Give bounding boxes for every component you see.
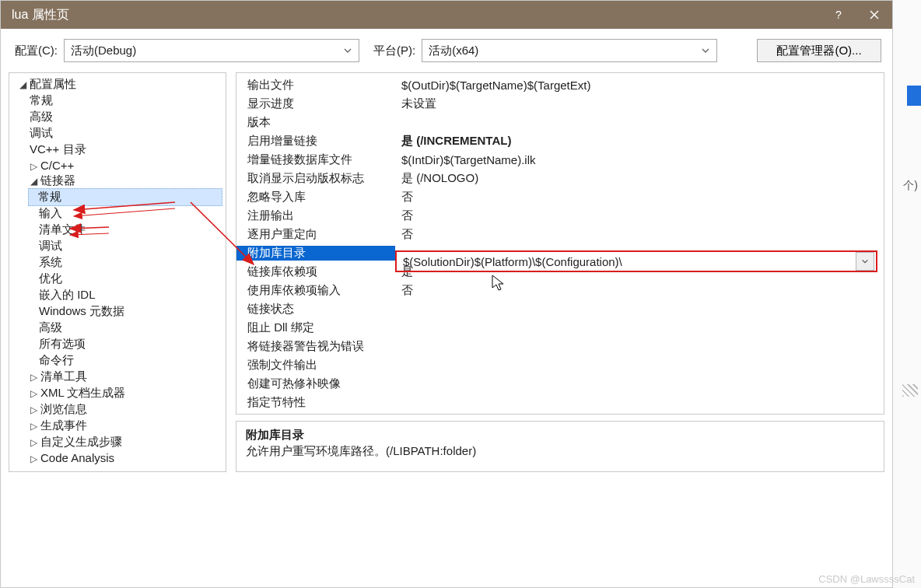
tree-linker-debug[interactable]: 调试 [9, 238, 226, 254]
tree-vcpp-dirs[interactable]: VC++ 目录 [9, 142, 226, 158]
config-combo[interactable]: 活动(Debug) [64, 39, 359, 62]
window-title: lua 属性页 [12, 7, 821, 23]
property-row[interactable]: 逐用户重定向否 [236, 225, 884, 243]
platform-value: 活动(x64) [429, 44, 478, 58]
tree-linker-manifest[interactable]: 清单文件 [9, 222, 226, 238]
titlebar: lua 属性页 ? [1, 1, 892, 29]
property-pages-dialog: lua 属性页 ? 配置(C): 活动(Debug) 平台(P): 活动(x64… [0, 0, 893, 588]
property-value[interactable]: 否 [395, 227, 884, 242]
property-name: 使用库依赖项输入 [236, 283, 395, 298]
property-row[interactable]: 输出文件$(OutDir)$(TargetName)$(TargetExt) [236, 75, 884, 94]
tree-advanced[interactable]: 高级 [9, 109, 226, 125]
tree-linker-system[interactable]: 系统 [9, 254, 226, 271]
additional-library-dirs-input[interactable]: $(SolutionDir)$(Platform)\$(Configuratio… [395, 250, 877, 272]
property-name: 注册输出 [236, 208, 395, 223]
close-icon[interactable] [856, 1, 892, 29]
tree-linker-optim[interactable]: 优化 [9, 271, 226, 287]
property-name: 强制文件输出 [236, 358, 395, 373]
property-name: 输出文件 [236, 78, 395, 93]
platform-label: 平台(P): [373, 44, 415, 58]
tree-xml-doc[interactable]: ▷XML 文档生成器 [9, 385, 226, 401]
tree-linker-winmd[interactable]: Windows 元数据 [9, 303, 226, 320]
caret-right-icon: ▷ [30, 421, 37, 432]
property-name: 指定节特性 [236, 395, 395, 410]
tree-debugging[interactable]: 调试 [9, 125, 226, 142]
property-name: 将链接器警告视为错误 [236, 339, 395, 354]
property-name: 忽略导入库 [236, 190, 395, 205]
property-row[interactable]: 启用增量链接是 (/INCREMENTAL) [236, 131, 884, 150]
property-row[interactable]: 链接状态 [236, 299, 884, 318]
tree-custom-build[interactable]: ▷自定义生成步骤 [9, 434, 226, 450]
platform-combo[interactable]: 活动(x64) [422, 39, 717, 62]
background-text: 个) [903, 179, 918, 193]
tree-ccpp[interactable]: ▷C/C++ [9, 158, 226, 173]
config-value: 活动(Debug) [71, 44, 136, 58]
tree-build-events[interactable]: ▷生成事件 [9, 418, 226, 434]
caret-down-icon: ◢ [19, 79, 26, 90]
property-row[interactable]: 增量链接数据库文件$(IntDir)$(TargetName).ilk [236, 150, 884, 169]
chevron-down-icon [343, 46, 352, 55]
property-name: 链接库依赖项 [236, 264, 395, 279]
tree-linker-cmd[interactable]: 命令行 [9, 352, 226, 369]
categories-tree[interactable]: ◢配置属性 常规 高级 调试 VC++ 目录 ▷C/C++ ◢链接器 常规 输入… [9, 72, 226, 472]
property-name: 附加库目录 [236, 246, 395, 261]
tree-browse-info[interactable]: ▷浏览信息 [9, 401, 226, 418]
caret-down-icon: ◢ [30, 176, 37, 187]
property-row[interactable]: 创建可热修补映像 [236, 374, 884, 393]
tree-general[interactable]: 常规 [9, 93, 226, 109]
tree-linker[interactable]: ◢链接器 [9, 173, 226, 189]
background-window-edge: 个) [893, 0, 921, 588]
property-row[interactable]: 忽略导入库否 [236, 187, 884, 206]
property-row[interactable]: 阻止 Dll 绑定 [236, 318, 884, 337]
chevron-down-icon [701, 46, 710, 55]
caret-right-icon: ▷ [30, 161, 37, 172]
property-name: 阻止 Dll 绑定 [236, 320, 395, 335]
property-value[interactable]: $(OutDir)$(TargetName)$(TargetExt) [395, 79, 884, 92]
caret-right-icon: ▷ [30, 372, 37, 383]
property-row[interactable]: 将链接器警告视为错误 [236, 337, 884, 355]
help-icon[interactable]: ? [821, 1, 856, 29]
help-label: 附加库目录 [246, 428, 874, 443]
property-row[interactable]: 显示进度未设置 [236, 94, 884, 113]
caret-right-icon: ▷ [30, 437, 37, 448]
resize-grip-icon [902, 384, 918, 397]
property-row[interactable]: 指定节特性 [236, 393, 884, 411]
property-row[interactable]: 强制文件输出 [236, 355, 884, 374]
caret-right-icon: ▷ [30, 404, 37, 415]
caret-right-icon: ▷ [30, 453, 37, 464]
watermark: CSDN @LawssssCat [818, 573, 915, 585]
property-row[interactable]: 取消显示启动版权标志是 (/NOLOGO) [236, 169, 884, 187]
tree-root[interactable]: ◢配置属性 [9, 76, 226, 93]
property-name: 启用增量链接 [236, 134, 395, 149]
property-value[interactable]: 是 (/NOLOGO) [395, 171, 884, 186]
toolbar: 配置(C): 活动(Debug) 平台(P): 活动(x64) 配置管理器(O)… [1, 29, 892, 72]
property-name: 取消显示启动版权标志 [236, 171, 395, 186]
tree-linker-idl[interactable]: 嵌入的 IDL [9, 287, 226, 303]
config-manager-button[interactable]: 配置管理器(O)... [757, 39, 881, 62]
property-value[interactable]: 否 [395, 208, 884, 223]
property-name: 版本 [236, 115, 395, 130]
property-value[interactable]: 否 [395, 190, 884, 205]
property-row[interactable]: 注册输出否 [236, 206, 884, 225]
property-value[interactable]: 否 [395, 283, 884, 298]
tree-code-analysis[interactable]: ▷Code Analysis [9, 450, 226, 465]
chevron-down-icon [861, 257, 869, 265]
property-row[interactable]: 附加库目录$(SolutionDir)$(Platform)\$(Configu… [236, 243, 884, 262]
property-name: 创建可热修补映像 [236, 376, 395, 391]
tree-linker-input[interactable]: 输入 [9, 205, 226, 222]
property-row[interactable]: 版本 [236, 113, 884, 131]
tree-linker-adv[interactable]: 高级 [9, 320, 226, 336]
property-value[interactable]: 未设置 [395, 96, 884, 111]
tree-linker-general[interactable]: 常规 [28, 188, 222, 206]
property-value[interactable]: $(IntDir)$(TargetName).ilk [395, 153, 884, 166]
property-grid[interactable]: 输出文件$(OutDir)$(TargetName)$(TargetExt)显示… [236, 72, 884, 415]
property-value[interactable]: 是 (/INCREMENTAL) [395, 134, 884, 149]
help-panel: 附加库目录 允许用户重写环境库路径。(/LIBPATH:folder) [236, 421, 884, 472]
dropdown-button[interactable] [856, 252, 874, 271]
property-row[interactable]: 使用库依赖项输入否 [236, 281, 884, 299]
property-name: 链接状态 [236, 302, 395, 317]
tree-manifest-tool[interactable]: ▷清单工具 [9, 369, 226, 385]
caret-right-icon: ▷ [30, 388, 37, 399]
tree-linker-all[interactable]: 所有选项 [9, 336, 226, 352]
config-label: 配置(C): [15, 44, 58, 58]
